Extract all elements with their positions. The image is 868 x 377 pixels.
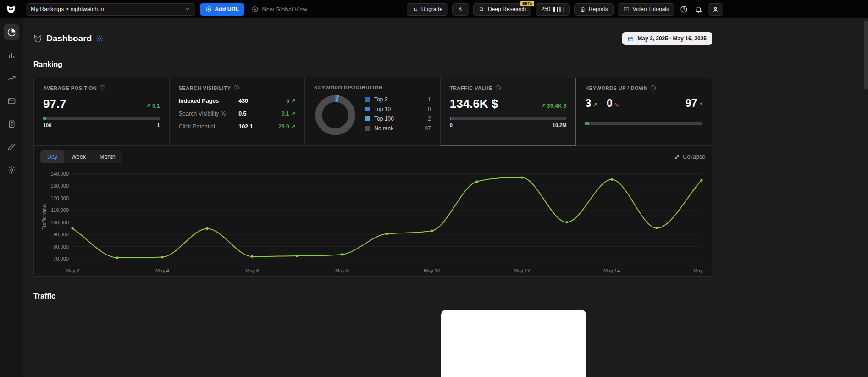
svg-text:100,000: 100,000 [50,220,69,225]
document-icon [580,6,586,12]
video-icon [623,6,630,12]
add-url-button[interactable]: Add URL [200,3,244,16]
tab-month[interactable]: Month [93,150,122,163]
metric-row-label: Click Potential [179,123,239,130]
svg-text:May 12: May 12 [514,268,530,273]
page-scrollbar[interactable] [864,20,868,89]
reports-button[interactable]: Reports [574,3,614,16]
sidebar [0,18,23,377]
chart-toolbar: DayWeekMonth Collapse [40,150,705,163]
sidebar-item-settings[interactable] [4,162,19,177]
scale-max: 10.2M [553,122,567,128]
deep-research-button[interactable]: Deep Research BETA [473,3,531,16]
bar-chart-icon [7,51,16,60]
pencil-icon [7,143,16,151]
metric-row-change: 29.9 ↗ [271,123,295,130]
sidebar-item-reports[interactable] [4,116,19,132]
chart-section: DayWeekMonth Collapse 70,00080,00090,000… [34,146,712,276]
metric-row: Search Visibility %0.50.1 ↗ [179,107,296,120]
traffic-value-bar [450,117,567,120]
legend-swatch [365,97,370,102]
traffic-value-card[interactable]: TRAFFIC VALUE i 134.6K $ ↗ 39.4K $ 0 [441,78,576,146]
traffic-section-title: Traffic [33,292,712,300]
svg-text:130,000: 130,000 [50,183,69,188]
search-visibility-card[interactable]: SEARCH VISIBILITY i Indexed Pages4305 ↗S… [170,78,305,146]
traffic-value-value: 134.6K $ [450,97,498,111]
info-icon[interactable]: i [233,85,239,91]
collapse-icon [674,154,680,160]
sidebar-item-rankings[interactable] [4,47,19,63]
project-selector[interactable]: My Rankings > nightwatch.io [26,3,195,16]
metric-row-change: 5 ↗ [271,98,295,104]
collapse-button[interactable]: Collapse [674,154,705,160]
up-arrow-icon: ↗ [592,101,597,108]
credit-bar [563,7,564,12]
tab-day[interactable]: Day [40,150,64,163]
traffic-value-change: 39.4K $ [547,103,566,109]
legend-row: Top 1002 [365,116,431,122]
svg-text:70,000: 70,000 [53,256,69,261]
legend-label: Top 10 [374,106,428,112]
collapse-label: Collapse [683,154,705,160]
legend-swatch [365,126,370,131]
sidebar-item-trends[interactable] [4,70,19,86]
legend-value: 2 [428,116,431,122]
keyword-distribution-card[interactable]: KEYWORD DISTRIBUTION Top 31Top 100Top 10… [305,78,441,146]
video-tutorials-button[interactable]: Video Tutorials [618,3,674,16]
help-icon [680,6,688,13]
owl-logo-icon [6,4,17,15]
gear-icon [96,35,103,42]
new-global-view-button[interactable]: New Global View [252,6,307,13]
video-tutorials-label: Video Tutorials [633,6,669,12]
credits-indicator[interactable]: 250 [536,3,570,16]
svg-text:i: i [498,86,499,90]
owl-icon [33,34,42,43]
app-logo[interactable] [0,0,22,18]
svg-text:i: i [102,86,103,90]
sort-arrows-icon [412,6,418,12]
svg-text:80,000: 80,000 [53,244,69,249]
topbar: My Rankings > nightwatch.io Add URL New … [0,0,868,18]
bell-icon [695,6,702,13]
svg-text:May 8: May 8 [335,268,349,273]
metric-row-value: 0.5 [238,111,271,117]
legend-row: Top 31 [365,96,431,103]
chevron-down-icon [185,6,190,12]
legend-value: 97 [425,125,431,132]
topbar-right-group: Upgrade Deep Research BETA 250 Reports [407,3,723,16]
svg-text:Traffic Value: Traffic Value [41,203,47,230]
info-icon[interactable]: i [495,85,501,91]
info-icon[interactable]: i [650,85,656,91]
keywords-bar-fill [585,122,589,125]
svg-text:140,000: 140,000 [50,171,69,177]
legend-row: No rank97 [365,125,431,132]
average-position-card[interactable]: AVERAGE POSITION i 97.7 ↗ 0.1 100 [34,78,170,146]
pie-chart-icon [7,28,16,37]
traffic-value-chart: 70,00080,00090,000100,000110,000120,0001… [40,166,705,275]
quick-actions-button[interactable] [452,3,469,16]
main-content: Dashboard May 2, 2025 - May 16, 2025 Ran… [23,18,712,377]
sidebar-item-dashboard[interactable] [4,24,19,40]
browser-window-icon [7,97,16,105]
upgrade-button[interactable]: Upgrade [407,3,448,16]
keywords-up-down-card[interactable]: KEYWORDS UP / DOWN i 3 ↗ 0 ↘ 97 • [576,78,712,146]
reports-label: Reports [589,6,608,12]
legend-value: 0 [428,106,431,112]
dashboard-settings-button[interactable] [96,35,103,42]
notifications-button[interactable] [693,6,704,13]
metrics-row: AVERAGE POSITION i 97.7 ↗ 0.1 100 [34,78,712,146]
chart-range-tabs: DayWeekMonth [40,150,122,163]
help-button[interactable] [679,6,689,13]
legend-row: Top 100 [365,106,431,112]
sidebar-item-site-audit[interactable] [4,93,19,109]
down-arrow-icon: ↘ [614,101,619,108]
account-button[interactable] [708,3,723,16]
legend-swatch [365,116,370,121]
page-header: Dashboard May 2, 2025 - May 16, 2025 [33,32,712,45]
tab-week[interactable]: Week [64,150,93,163]
sidebar-item-notes[interactable] [4,139,19,155]
average-position-bar [43,117,160,120]
date-range-picker[interactable]: May 2, 2025 - May 16, 2025 [622,32,712,45]
info-icon[interactable]: i [100,85,105,91]
scale-min: 0 [450,122,453,128]
